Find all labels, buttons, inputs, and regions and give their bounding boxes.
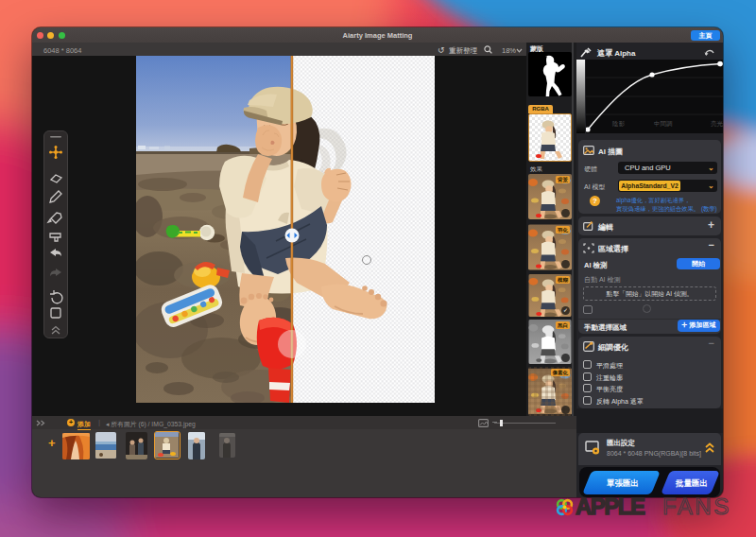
svg-text:中間調: 中間調: [654, 120, 673, 128]
svg-text:亮光: 亮光: [711, 120, 723, 128]
svg-text:陰影: 陰影: [612, 120, 626, 127]
